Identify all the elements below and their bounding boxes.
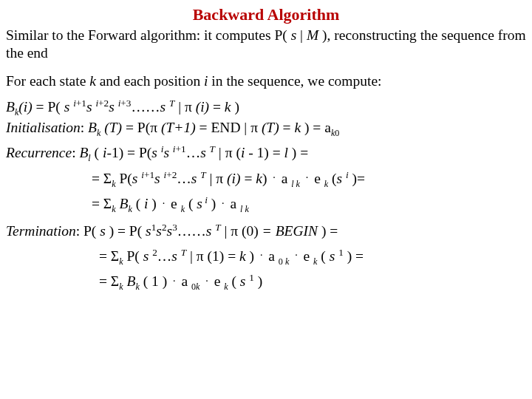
rec2-lpar: ( bbox=[328, 171, 336, 186]
rec3-eq: = Σ bbox=[92, 196, 112, 211]
term-pi: π bbox=[231, 223, 238, 239]
term2-bar: | bbox=[186, 248, 197, 264]
term-sT: s bbox=[206, 223, 215, 239]
rec-B: B bbox=[76, 145, 89, 160]
term2-s: s bbox=[143, 248, 152, 264]
term2-eqk: = bbox=[224, 248, 239, 264]
init-eqk: = bbox=[279, 120, 295, 135]
rec2-eq: = Σ bbox=[92, 171, 112, 186]
rec-close: ) = bbox=[288, 145, 308, 160]
eq-p2: +2 bbox=[98, 97, 109, 108]
intro-text-1: Similar to the Forward algorithm: it com… bbox=[6, 27, 291, 43]
eq-arg: (i) bbox=[18, 99, 32, 115]
eq-s3: s bbox=[109, 99, 117, 115]
term2-eq: = Σ bbox=[99, 248, 119, 264]
term2-e: e bbox=[300, 248, 313, 264]
rec-dots: … bbox=[186, 145, 201, 160]
init-close: ) = a bbox=[301, 120, 331, 135]
rec2-ip2p: +2 bbox=[166, 168, 177, 180]
term-lhs: P( bbox=[80, 223, 100, 239]
rec2-e: e bbox=[310, 171, 324, 186]
eq-eq: = P( bbox=[33, 99, 64, 115]
rec2-s2: s bbox=[154, 171, 163, 186]
rec2-P: P( bbox=[116, 171, 132, 186]
term2-one: (1) bbox=[204, 248, 225, 264]
rec2-T: T bbox=[200, 168, 205, 180]
foreach-paragraph: For each state k and each position i in … bbox=[6, 72, 526, 90]
rec-T: T bbox=[210, 143, 215, 154]
term3-a: a bbox=[178, 273, 191, 289]
term2-si: s bbox=[330, 248, 338, 264]
term3-e: e bbox=[211, 273, 224, 289]
rec-bar: | bbox=[215, 145, 225, 160]
termination-line-2: = Σk P( s 2…s T | π (1) = k ) · a 0 k · … bbox=[99, 248, 526, 265]
rec3-a: a bbox=[227, 196, 240, 211]
termination-line-3: = Σk Bk ( 1 ) · a 0k · e k ( s 1 ) bbox=[99, 273, 526, 290]
rec2-close: ) bbox=[262, 171, 270, 186]
term2-pi: π bbox=[197, 248, 204, 264]
rec-minus1: - 1) bbox=[245, 145, 269, 160]
foreach-b: and each position bbox=[96, 73, 204, 89]
rec3-rpar: ) bbox=[208, 196, 219, 211]
term3-dot2: · bbox=[203, 275, 211, 287]
init-B: B bbox=[84, 120, 97, 135]
rec3-sii: i bbox=[202, 194, 208, 205]
term2-P: P( bbox=[123, 248, 143, 264]
rec3-arg: ( bbox=[132, 196, 144, 211]
term3-arg: ( 1 ) bbox=[140, 273, 171, 289]
init-kk: k bbox=[294, 120, 301, 135]
rec-piarg: ( bbox=[233, 145, 241, 160]
rec-arg: ( bbox=[91, 145, 103, 160]
term-bar: | bbox=[221, 223, 231, 239]
rec3-si: s bbox=[197, 196, 202, 211]
term3-dot: · bbox=[171, 275, 178, 287]
rec2-a: a bbox=[278, 171, 291, 186]
term2-ak: k bbox=[283, 256, 289, 267]
rec2-eqk: = bbox=[241, 171, 256, 186]
term-eq: ) = P( bbox=[106, 223, 146, 239]
term2-rpar: ) = bbox=[344, 248, 364, 264]
term3-eq: = Σ bbox=[99, 273, 119, 289]
term2-sii: 1 bbox=[338, 246, 344, 257]
term-s3: s bbox=[167, 223, 173, 239]
eq-s1: s bbox=[64, 99, 73, 115]
rec-eql: = bbox=[269, 145, 284, 160]
term3-B: B bbox=[123, 273, 136, 289]
term3-lpar: ( bbox=[228, 273, 240, 289]
rec2-ak: k bbox=[294, 179, 300, 189]
rec2-s3: s bbox=[191, 171, 200, 186]
eq-sT: s bbox=[160, 99, 168, 115]
term-beg: = bbox=[259, 223, 276, 239]
term2-a: a bbox=[265, 248, 278, 264]
term2-e2: 2 bbox=[152, 246, 157, 257]
rec2-ip1p: +1 bbox=[144, 168, 154, 180]
rec-m1: -1) = P( bbox=[106, 145, 151, 160]
term2-sT: s bbox=[171, 248, 180, 264]
init-pi2: π bbox=[250, 120, 258, 135]
eq-pi: π bbox=[185, 99, 192, 115]
term2-dots: … bbox=[157, 248, 172, 264]
eq-p1: +1 bbox=[76, 97, 86, 108]
term2-kk: k bbox=[239, 248, 246, 264]
eq-bar: | bbox=[174, 99, 185, 115]
term-dots: …… bbox=[177, 223, 206, 239]
rec2-pi: π bbox=[216, 171, 223, 186]
term-close: ) = bbox=[318, 223, 338, 239]
recurrence-line-3: = Σk Bk ( i ) · e k ( s i ) · a l k bbox=[92, 195, 526, 213]
intro-M: M bbox=[307, 27, 318, 43]
rec2-dots: … bbox=[177, 171, 191, 186]
term-s2: s bbox=[156, 223, 162, 239]
rec3-B: B bbox=[116, 196, 129, 211]
rec-s3: s bbox=[200, 145, 209, 160]
termination-line: Termination: P( s ) = P( s1s2s3……s T | π… bbox=[6, 222, 526, 240]
term2-lpar: ( bbox=[317, 248, 329, 264]
rec3-dot: · bbox=[160, 197, 168, 209]
term3-rpar: ) bbox=[254, 273, 262, 289]
intro-mid: | bbox=[296, 27, 307, 43]
eq-kk: k bbox=[225, 99, 231, 115]
eq-p3: +3 bbox=[120, 97, 131, 108]
initialisation-line: Initialisation: Bk (T) = P(π (T+1) = END… bbox=[6, 119, 526, 137]
rec3-ak: k bbox=[242, 204, 248, 214]
init-arg: (T) bbox=[100, 120, 122, 135]
rec2-kk: k bbox=[256, 171, 262, 186]
